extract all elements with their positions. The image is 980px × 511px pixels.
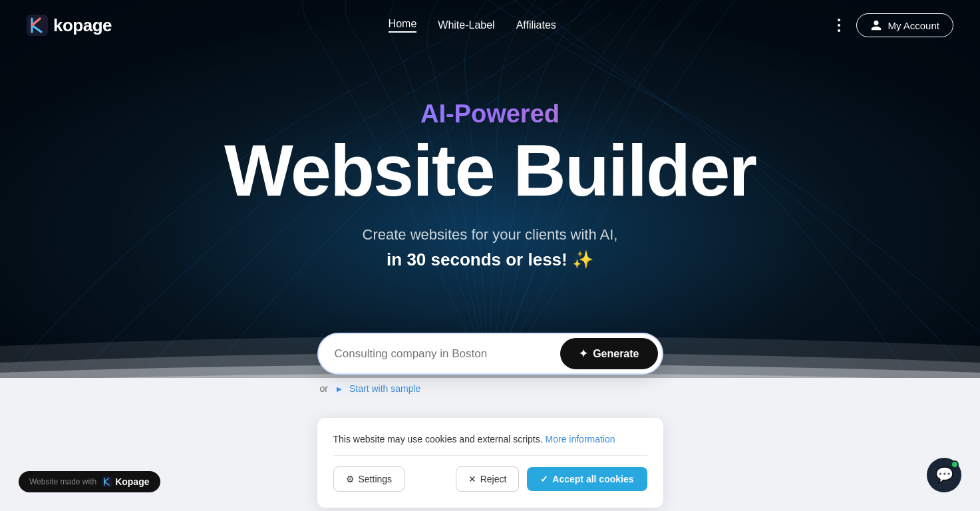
svg-rect-1 <box>27 15 48 36</box>
subtitle-line2: in 30 seconds or less! ✨ <box>387 250 593 269</box>
ai-powered-text: AI-Powered <box>0 100 980 128</box>
chat-widget[interactable]: 💬 <box>927 458 961 492</box>
generate-button[interactable]: ✦ Generate <box>560 338 657 369</box>
chat-icon: 💬 <box>935 466 953 484</box>
svg-rect-2 <box>102 476 112 487</box>
accept-label: Accept all cookies <box>552 474 633 484</box>
my-account-button[interactable]: My Account <box>856 13 953 37</box>
search-input[interactable] <box>335 347 561 361</box>
cookie-text: This website may use cookies and externa… <box>333 434 647 444</box>
cookie-text-content: This website may use cookies and externa… <box>333 434 543 444</box>
search-box: ✦ Generate <box>317 333 663 375</box>
cookie-banner: This website may use cookies and externa… <box>317 418 663 508</box>
play-icon: ▶ <box>333 383 345 395</box>
hero-content: AI-Powered Website Builder Create websit… <box>0 100 980 274</box>
cookie-settings-button[interactable]: ⚙ Settings <box>333 466 405 492</box>
logo[interactable]: kopage <box>27 15 112 36</box>
badge-brand-text: Kopage <box>115 476 149 487</box>
more-info-link[interactable]: More information <box>546 434 615 444</box>
badge-k-icon <box>102 476 112 487</box>
cookie-reject-button[interactable]: ✕ Reject <box>456 466 520 492</box>
badge-logo: Kopage <box>102 476 149 487</box>
cookie-buttons: ⚙ Settings ✕ Reject ✓ Accept all cookies <box>333 466 647 492</box>
nav-home[interactable]: Home <box>389 18 417 33</box>
more-menu-button[interactable] <box>832 13 846 37</box>
gear-icon: ⚙ <box>346 474 355 484</box>
search-section: ✦ Generate or ▶ Start with sample <box>317 333 663 395</box>
website-builder-text: Website Builder <box>0 134 980 207</box>
header: kopage Home White-Label Affiliates My Ac… <box>0 3 980 48</box>
dot3 <box>838 29 840 32</box>
my-account-label: My Account <box>888 20 939 31</box>
or-row: or ▶ Start with sample <box>317 383 663 395</box>
user-icon <box>870 19 882 31</box>
cookie-divider <box>333 455 647 456</box>
badge-made-with-text: Website made with <box>29 477 96 486</box>
chat-online-indicator <box>951 460 959 468</box>
check-icon: ✓ <box>540 474 548 484</box>
main-nav: Home White-Label Affiliates <box>389 18 556 33</box>
generate-label: Generate <box>593 348 639 360</box>
reject-label: Reject <box>480 474 507 484</box>
settings-label: Settings <box>359 474 393 484</box>
start-with-sample-link[interactable]: ▶ Start with sample <box>333 383 420 395</box>
nav-affiliates[interactable]: Affiliates <box>516 19 556 31</box>
start-sample-label: Start with sample <box>349 383 420 394</box>
dot2 <box>838 24 840 27</box>
x-icon: ✕ <box>468 474 476 484</box>
subtitle-line1: Create websites for your clients with AI… <box>363 226 618 243</box>
nav-white-label[interactable]: White-Label <box>438 19 494 31</box>
hero-subtitle: Create websites for your clients with AI… <box>0 223 980 274</box>
header-right: My Account <box>832 13 953 37</box>
kopage-badge: Website made with Kopage <box>19 471 160 492</box>
cookie-accept-button[interactable]: ✓ Accept all cookies <box>527 467 647 491</box>
logo-icon <box>27 15 48 36</box>
logo-text: kopage <box>53 15 112 36</box>
or-text: or <box>320 383 328 394</box>
dot1 <box>838 19 840 21</box>
sparkle-icon: ✦ <box>579 347 587 360</box>
